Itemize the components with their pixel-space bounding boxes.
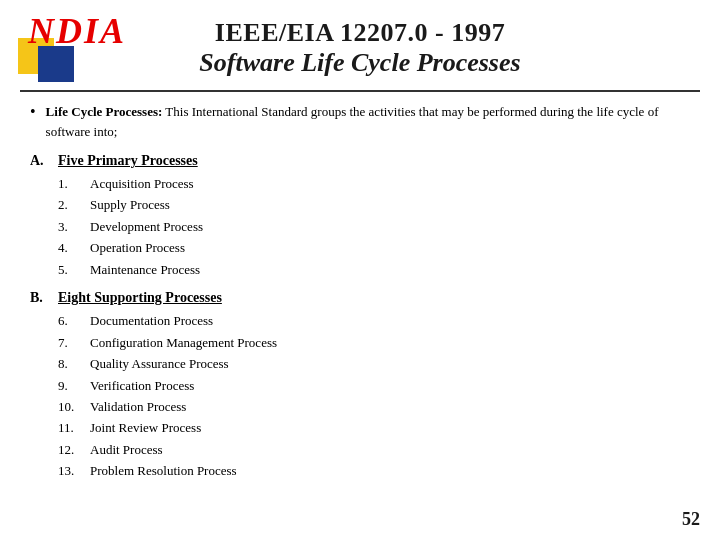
- item-name: Maintenance Process: [90, 259, 200, 280]
- section-a: A. Five Primary Processes 1.Acquisition …: [30, 153, 690, 280]
- page-number: 52: [682, 509, 700, 530]
- item-num: 8.: [58, 353, 90, 374]
- list-item: 9.Verification Process: [58, 375, 690, 396]
- section-a-list: 1.Acquisition Process2.Supply Process3.D…: [58, 173, 690, 280]
- list-item: 6.Documentation Process: [58, 310, 690, 331]
- list-item: 13.Problem Resolution Process: [58, 460, 690, 481]
- list-item: 8.Quality Assurance Process: [58, 353, 690, 374]
- item-num: 10.: [58, 396, 90, 417]
- list-item: 11.Joint Review Process: [58, 417, 690, 438]
- item-name: Joint Review Process: [90, 417, 201, 438]
- item-num: 1.: [58, 173, 90, 194]
- item-num: 11.: [58, 417, 90, 438]
- list-item: 7.Configuration Management Process: [58, 332, 690, 353]
- section-b-title: Eight Supporting Processes: [58, 290, 222, 306]
- list-item: 1.Acquisition Process: [58, 173, 690, 194]
- section-b-header: B. Eight Supporting Processes: [30, 290, 690, 306]
- item-num: 6.: [58, 310, 90, 331]
- section-a-letter: A.: [30, 153, 58, 169]
- intro-row: • Life Cycle Processes: This Internation…: [30, 102, 690, 141]
- list-item: 4.Operation Process: [58, 237, 690, 258]
- section-b-list: 6.Documentation Process7.Configuration M…: [58, 310, 690, 482]
- item-name: Quality Assurance Process: [90, 353, 229, 374]
- intro-text: Life Cycle Processes: This International…: [46, 102, 690, 141]
- item-name: Development Process: [90, 216, 203, 237]
- item-num: 13.: [58, 460, 90, 481]
- item-num: 5.: [58, 259, 90, 280]
- section-a-title: Five Primary Processes: [58, 153, 198, 169]
- item-name: Documentation Process: [90, 310, 213, 331]
- main-content: • Life Cycle Processes: This Internation…: [0, 92, 720, 502]
- list-item: 2.Supply Process: [58, 194, 690, 215]
- item-name: Validation Process: [90, 396, 186, 417]
- list-item: 3.Development Process: [58, 216, 690, 237]
- item-num: 3.: [58, 216, 90, 237]
- item-name: Acquisition Process: [90, 173, 194, 194]
- intro-label: Life Cycle Processes:: [46, 104, 163, 119]
- list-item: 5.Maintenance Process: [58, 259, 690, 280]
- item-num: 12.: [58, 439, 90, 460]
- list-item: 10.Validation Process: [58, 396, 690, 417]
- item-name: Audit Process: [90, 439, 163, 460]
- item-name: Verification Process: [90, 375, 194, 396]
- item-num: 9.: [58, 375, 90, 396]
- ndia-logo-text: NDIA: [28, 10, 126, 52]
- section-a-header: A. Five Primary Processes: [30, 153, 690, 169]
- item-name: Configuration Management Process: [90, 332, 277, 353]
- section-b: B. Eight Supporting Processes 6.Document…: [30, 290, 690, 482]
- bullet-point: •: [30, 103, 36, 121]
- logo-area: NDIA: [10, 8, 110, 88]
- item-num: 7.: [58, 332, 90, 353]
- item-num: 2.: [58, 194, 90, 215]
- section-b-letter: B.: [30, 290, 58, 306]
- item-name: Problem Resolution Process: [90, 460, 237, 481]
- item-name: Supply Process: [90, 194, 170, 215]
- list-item: 12.Audit Process: [58, 439, 690, 460]
- item-name: Operation Process: [90, 237, 185, 258]
- item-num: 4.: [58, 237, 90, 258]
